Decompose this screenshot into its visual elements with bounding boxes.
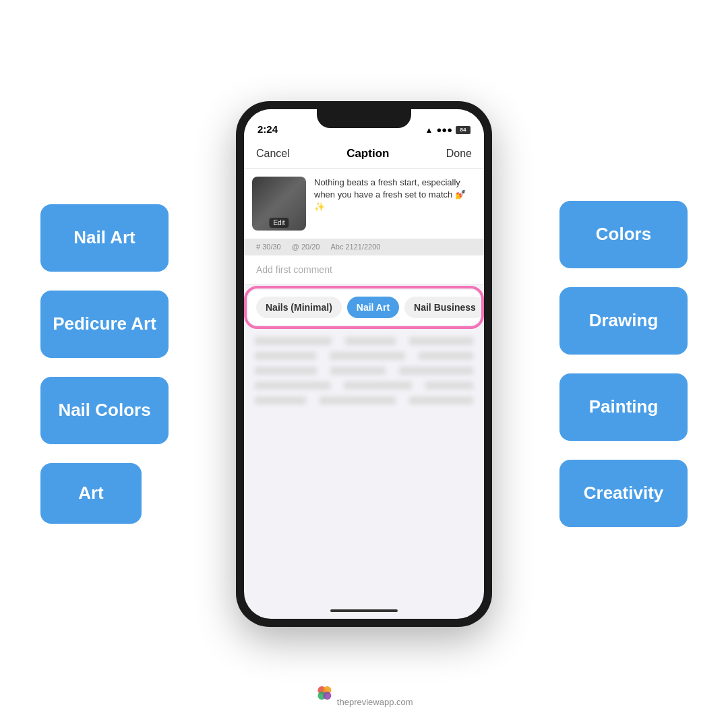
hashtag-results <box>244 330 484 418</box>
hashtag-row-1 <box>255 337 473 345</box>
watermark: thepreviewapp.com <box>315 684 413 708</box>
watermark-logo-icon <box>315 684 334 702</box>
hashtag-selector-wrapper: Nails (Minimal) Nail Art Nail Business N… <box>248 290 480 325</box>
home-indicator <box>330 609 398 612</box>
comment-placeholder: Add first comment <box>256 264 332 275</box>
cancel-button[interactable]: Cancel <box>256 148 290 160</box>
creativity-button[interactable]: Creativity <box>559 460 688 527</box>
svg-point-3 <box>323 692 331 700</box>
hashtag-count: # 30/30 <box>256 243 281 251</box>
page-wrapper: Nail Art Pedicure Art Nail Colors Art Co… <box>0 0 728 728</box>
hashtag-selector: Nails (Minimal) Nail Art Nail Business N… <box>248 290 480 325</box>
phone-screen: 2:24 ▲ ●●● 84 Cancel Caption Done <box>244 109 484 619</box>
art-button[interactable]: Art <box>40 463 142 524</box>
phone-mockup: 2:24 ▲ ●●● 84 Cancel Caption Done <box>236 101 492 627</box>
chip-nail-business[interactable]: Nail Business <box>404 297 480 318</box>
chip-nails-minimal[interactable]: Nails (Minimal) <box>256 297 342 318</box>
status-time: 2:24 <box>257 123 278 135</box>
nail-colors-button[interactable]: Nail Colors <box>40 377 169 444</box>
chip-nail-art[interactable]: Nail Art <box>347 297 399 318</box>
pedicure-art-button[interactable]: Pedicure Art <box>40 291 169 358</box>
hashtag-row-5 <box>255 396 473 404</box>
nail-art-button[interactable]: Nail Art <box>40 204 169 272</box>
battery-icon: 84 <box>456 126 471 134</box>
hashtag-row-2 <box>255 352 473 360</box>
post-caption[interactable]: Nothing beats a fresh start, especially … <box>314 177 476 231</box>
signal-icon: ●●● <box>436 125 452 135</box>
char-count: Abc 2121/2200 <box>330 243 380 251</box>
edit-label[interactable]: Edit <box>269 218 289 228</box>
wifi-icon: ▲ <box>425 125 433 135</box>
status-icons: ▲ ●●● 84 <box>425 125 471 135</box>
done-button[interactable]: Done <box>446 148 472 160</box>
post-image[interactable]: Edit <box>252 177 306 231</box>
hashtag-row-4 <box>255 382 473 390</box>
phone-frame: 2:24 ▲ ●●● 84 Cancel Caption Done <box>236 101 492 627</box>
right-buttons-container: Colors Drawing Painting Creativity <box>559 201 688 527</box>
phone-notch <box>317 109 411 128</box>
post-area: Edit Nothing beats a fresh start, especi… <box>244 169 484 239</box>
painting-button[interactable]: Painting <box>559 373 688 441</box>
nav-bar: Cancel Caption Done <box>244 139 484 169</box>
left-buttons-container: Nail Art Pedicure Art Nail Colors Art <box>40 204 169 524</box>
watermark-text: thepreviewapp.com <box>337 697 413 707</box>
comment-area[interactable]: Add first comment <box>244 255 484 284</box>
stats-bar: # 30/30 @ 20/20 Abc 2121/2200 <box>244 239 484 255</box>
hashtag-row-3 <box>255 367 473 375</box>
caption-title: Caption <box>346 147 389 160</box>
colors-button[interactable]: Colors <box>559 201 688 268</box>
mention-count: @ 20/20 <box>292 243 320 251</box>
drawing-button[interactable]: Drawing <box>559 287 688 355</box>
